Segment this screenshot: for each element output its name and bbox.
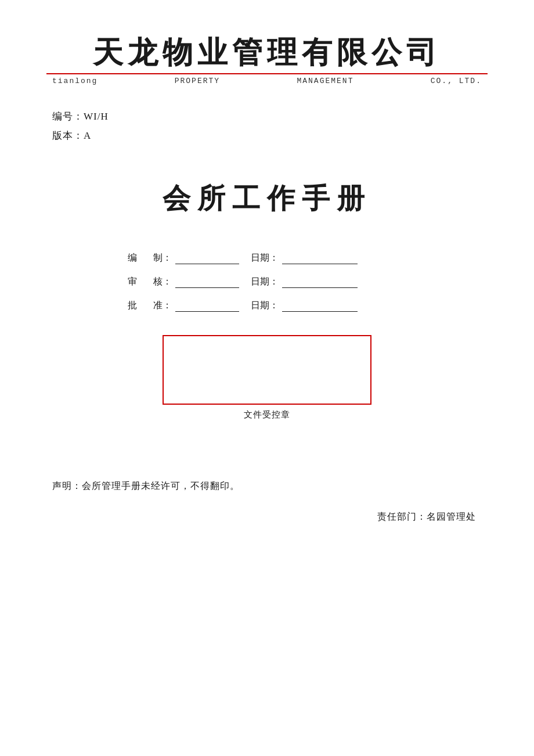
disclaimer-text: 声明：会所管理手册未经许可，不得翻印。 bbox=[52, 478, 482, 494]
meta-section: 编号：WI/H 版本：A bbox=[46, 107, 488, 145]
form-section: 编制 ： 日期： 审核 ： 日期： 批准 ： 日期： bbox=[128, 252, 406, 312]
form-label-compile: 编制 bbox=[128, 252, 163, 264]
header-section: 天龙物业管理有限公司 tianlong PROPERTY MANAGEMENT … bbox=[46, 35, 488, 87]
stamp-box bbox=[163, 335, 371, 405]
disclaimer-section: 声明：会所管理手册未经许可，不得翻印。 责任部门：名园管理处 bbox=[46, 478, 488, 523]
version-line: 版本：A bbox=[52, 127, 488, 145]
form-underline-review bbox=[175, 278, 239, 288]
form-date-underline-3 bbox=[282, 301, 358, 312]
form-date-label-1: 日期： bbox=[251, 252, 279, 264]
form-date-label-2: 日期： bbox=[251, 276, 279, 288]
responsibility-value: 名园管理处 bbox=[427, 512, 476, 521]
stamp-section: 文件受控章 bbox=[157, 335, 377, 420]
form-row-compile: 编制 ： 日期： bbox=[128, 252, 406, 264]
form-row-review: 审核 ： 日期： bbox=[128, 276, 406, 288]
header-divider bbox=[46, 73, 488, 74]
responsibility-row: 责任部门：名园管理处 bbox=[52, 511, 482, 523]
form-colon-1: ： bbox=[163, 252, 172, 264]
responsibility-label: 责任部门： bbox=[377, 512, 427, 521]
code-label: 编号： bbox=[52, 111, 84, 122]
form-underline-compile bbox=[175, 254, 239, 264]
form-date-underline-1 bbox=[282, 254, 358, 264]
form-label-review: 审核 bbox=[128, 276, 163, 288]
company-title: 天龙物业管理有限公司 bbox=[46, 35, 488, 71]
form-colon-3: ： bbox=[163, 300, 172, 312]
form-underline-approve bbox=[175, 301, 239, 312]
subtitle-row: tianlong PROPERTY MANAGEMENT CO., LTD. bbox=[46, 75, 488, 87]
subtitle-part-1: tianlong bbox=[52, 77, 98, 85]
form-date-underline-2 bbox=[282, 278, 358, 288]
version-value: A bbox=[84, 130, 91, 141]
form-label-approve: 批准 bbox=[128, 300, 163, 312]
subtitle-part-4: CO., LTD. bbox=[431, 77, 482, 85]
form-row-approve: 批准 ： 日期： bbox=[128, 300, 406, 312]
stamp-label: 文件受控章 bbox=[244, 409, 290, 420]
page-container: 天龙物业管理有限公司 tianlong PROPERTY MANAGEMENT … bbox=[0, 0, 534, 756]
code-value: WI/H bbox=[84, 111, 109, 122]
subtitle-part-2: PROPERTY bbox=[175, 77, 220, 85]
subtitle-part-3: MANAGEMENT bbox=[297, 77, 353, 85]
form-colon-2: ： bbox=[163, 276, 172, 288]
form-date-label-3: 日期： bbox=[251, 300, 279, 312]
doc-title: 会所工作手册 bbox=[46, 180, 488, 217]
version-label: 版本： bbox=[52, 130, 84, 141]
doc-title-section: 会所工作手册 bbox=[46, 180, 488, 217]
code-line: 编号：WI/H bbox=[52, 107, 488, 126]
